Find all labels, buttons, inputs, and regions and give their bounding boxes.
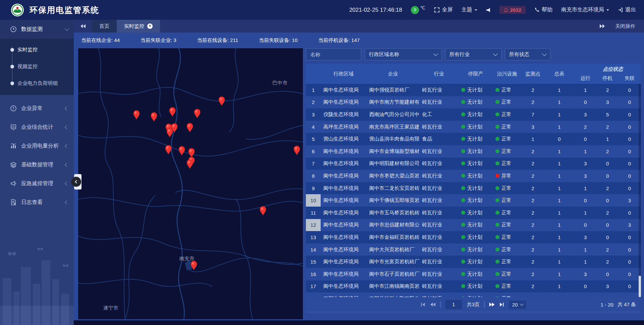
status-filter-select[interactable]: 所有状态	[505, 48, 550, 60]
sidebar-subitem-realtime-monitor[interactable]: 实时监控	[0, 41, 74, 58]
cell-stop-count: 0	[596, 271, 619, 277]
cell-run-count: 1	[574, 87, 596, 93]
table-row[interactable]: 18南部生态环境局南部县砖瓦土陶有限公建材加工无计划正常60060	[306, 292, 641, 297]
cell-lost-count: 0	[619, 210, 641, 216]
map-marker-icon[interactable]	[194, 109, 201, 118]
table-row[interactable]: 12阆中生态环境局阆中市忠信建材有限公砖瓦行业无计划正常21003	[306, 219, 641, 231]
first-page-button[interactable]	[420, 302, 425, 307]
table-row[interactable]: 15阆中生态环境局阆中市光富页岩机砖厂砖瓦行业无计划正常21120	[306, 256, 641, 268]
table-row[interactable]: 3仪陇生态环境局西南油气田分公司川中化工无计划正常71350	[306, 108, 641, 121]
table-row[interactable]: 13阆中生态环境局阆中市金福旺页岩机砖砖瓦行业无计划正常21300	[306, 231, 641, 243]
speaker-button[interactable]	[486, 8, 491, 12]
map-marker-icon[interactable]	[190, 261, 198, 270]
map-marker-icon[interactable]	[165, 145, 172, 155]
help-button[interactable]: 帮助	[534, 6, 552, 13]
sidebar-item-enterprise-abnormal[interactable]: 企业异常	[0, 99, 74, 118]
cell-run-count: 1	[574, 247, 596, 253]
right-panel: 行政区域名称 所有行业 所有状态 行政区域企业行业停限产治污设施监测点总表点位状…	[306, 48, 641, 320]
map-marker-icon[interactable]	[188, 148, 195, 158]
table-row[interactable]: 2阆中生态环境局阆中市南方节能建材有砖瓦行业无计划正常21030	[306, 96, 641, 109]
table-row[interactable]: 16阆中生态环境局阆中市石子页岩机砖厂砖瓦行业无计划正常21300	[306, 268, 641, 280]
next-page-button[interactable]	[489, 302, 495, 307]
cell-industry: 砖瓦行业	[419, 283, 459, 289]
map-marker-icon[interactable]	[186, 159, 194, 169]
range-label: 1 - 20	[601, 302, 613, 308]
map-marker-icon[interactable]	[150, 112, 158, 122]
last-page-button[interactable]	[499, 302, 504, 307]
map-marker-icon[interactable]	[186, 123, 194, 132]
cell-company: 阆中市光富页岩机砖厂	[367, 259, 420, 265]
prev-page-button[interactable]	[430, 302, 435, 307]
map-marker-icon[interactable]	[293, 146, 301, 155]
sidebar-item-label: 应急减排管理	[21, 180, 53, 187]
page-size-select[interactable]: 20	[509, 301, 526, 309]
sidebar-collapse-button[interactable]	[71, 177, 81, 187]
table-row[interactable]: 10阆中生态环境局阆中千佛镇五郎垭页岩砖瓦行业无计划正常21003	[306, 194, 641, 207]
temperature-unit: ℃	[420, 5, 425, 10]
table-row[interactable]: 6阆中生态环境局阆中市金博瑞新型墙材砖瓦行业无计划正常21120	[306, 145, 641, 158]
status-dot-icon	[461, 174, 465, 178]
industry-filter-select[interactable]: 所有行业	[445, 48, 501, 60]
chevron-left-icon	[65, 106, 69, 111]
chevron-down-icon	[65, 26, 69, 31]
table-row[interactable]: 1阆中生态环境局阆中强锐页岩砖厂砖瓦行业无计划正常21120	[306, 84, 641, 96]
tab-realtime-monitor[interactable]: 实时监控 ×	[117, 20, 160, 33]
org-dropdown[interactable]: 南充市生态环境局	[561, 6, 609, 13]
sidebar-subitem-label: 企业电力负荷明细	[17, 80, 58, 87]
logout-button[interactable]: 退出	[618, 6, 636, 13]
sidebar-item-power-usage-analysis[interactable]: 企业用电量分析	[0, 137, 74, 155]
fullscreen-button[interactable]: 全屏	[434, 6, 453, 13]
cell-industry: 砖瓦行业	[419, 247, 459, 253]
tab-home[interactable]: 首页	[92, 20, 117, 33]
sidebar-item-enterprise-statistics[interactable]: 企业综合统计	[0, 118, 74, 137]
node-dot-icon	[10, 82, 14, 85]
region-filter-select[interactable]: 行政区域名称	[365, 48, 442, 60]
map-marker-icon[interactable]	[169, 107, 176, 117]
page-input[interactable]	[445, 300, 462, 309]
sidebar-subitem-power-load-detail[interactable]: 企业电力负荷明细	[0, 75, 74, 92]
tabs-scroll-left-icon[interactable]	[74, 20, 92, 33]
node-dot-icon	[10, 48, 14, 52]
row-index: 15	[306, 256, 321, 268]
table-row[interactable]: 11阆中生态环境局阆中市五马桥页岩机砖砖瓦行业无计划正常21120	[306, 207, 641, 219]
status-dot-icon	[495, 125, 499, 129]
table-row[interactable]: 8阆中生态环境局阆中市枣碧大梁山页岩砖瓦行业无计划异常21300	[306, 170, 641, 182]
sidebar-item-emergency-reduction[interactable]: 应急减排管理	[0, 174, 74, 193]
close-operations-button[interactable]: 关闭操作	[615, 23, 635, 30]
table-row[interactable]: 5营山生态环境局营山县润丰肉食品有限食品无计划正常10010	[306, 133, 641, 145]
status-dot-icon	[495, 235, 499, 239]
tab-close-icon[interactable]: ×	[147, 23, 153, 29]
map-marker-icon[interactable]	[178, 146, 185, 156]
map-panel[interactable]: 巴中市南充市遂宁市	[78, 48, 303, 319]
cell-facility-status: 正常	[493, 259, 522, 265]
table-row[interactable]: 7阆中生态环境局阆中明阳建材有限公司砖瓦行业无计划正常21300	[306, 158, 641, 170]
notification-badge[interactable]: 2632	[499, 6, 526, 14]
cell-company: 阆中市枣碧大梁山页岩	[367, 173, 420, 179]
sidebar-item-label: 日志查看	[21, 199, 43, 206]
sidebar-item-base-data-management[interactable]: 基础数据管理	[0, 155, 74, 174]
cell-meter-count: 1	[544, 198, 575, 203]
cell-run-count: 1	[574, 210, 596, 216]
gauge-icon	[10, 26, 17, 33]
table-row[interactable]: 9阆中生态环境局阆中市二龙长宝页岩砖砖瓦行业无计划正常21120	[306, 182, 641, 195]
table-row[interactable]: 17阆中生态环境局阆中市江南镇阆南页岩砖瓦行业无计划正常21030	[306, 280, 641, 293]
table-row[interactable]: 14阆中生态环境局阆中大兴页岩机砖厂砖瓦行业无计划正常21120	[306, 243, 641, 256]
cell-stop-count: 0	[596, 234, 619, 240]
fullscreen-icon	[434, 7, 440, 13]
tabs-scroll-right-icon[interactable]	[599, 24, 605, 29]
sidebar-item-data-monitoring[interactable]: 数据监测	[0, 20, 74, 39]
row-index: 18	[306, 292, 321, 297]
theme-dropdown[interactable]: 主题	[462, 6, 477, 13]
name-filter-input[interactable]	[306, 48, 361, 60]
scrollbar-thumb[interactable]	[639, 276, 641, 297]
map-marker-icon[interactable]	[166, 128, 173, 138]
cell-meter-count: 1	[544, 112, 575, 117]
map-marker-icon[interactable]	[218, 96, 225, 106]
sidebar-item-log-view[interactable]: 日志查看	[0, 193, 74, 212]
table-row[interactable]: 4高坪生态环境局南充市高坪区王家店建砖瓦行业无计划正常31220	[306, 121, 641, 133]
sidebar-subitem-video-monitor[interactable]: 视频监控	[0, 58, 74, 75]
cell-meter-count: 1	[544, 99, 575, 105]
map-marker-icon[interactable]	[133, 110, 140, 120]
table-scrollbar[interactable]	[639, 84, 641, 297]
map-marker-icon[interactable]	[259, 206, 267, 216]
